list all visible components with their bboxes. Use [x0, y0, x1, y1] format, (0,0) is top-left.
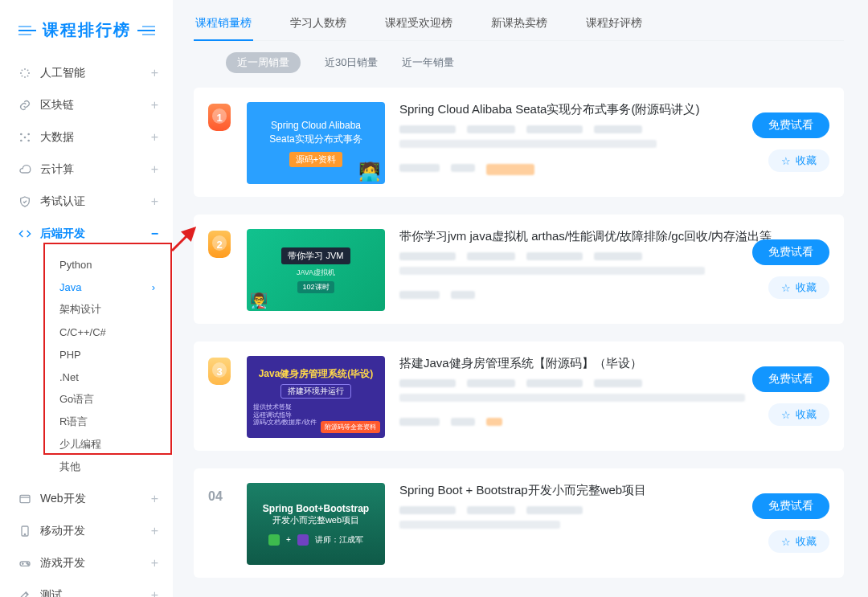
sidebar-item-label: Web开发: [40, 492, 86, 506]
sidebar-item-backend[interactable]: 后端开发 −: [0, 218, 173, 250]
sidebar-item-label: 人工智能: [40, 66, 85, 80]
sub-item-dotnet[interactable]: .Net: [0, 366, 173, 388]
sub-item-label: R语言: [59, 415, 88, 429]
sidebar-item-bigdata[interactable]: 大数据 +: [0, 121, 173, 153]
sidebar-item-exam[interactable]: 考试认证 +: [0, 186, 173, 218]
favorite-button[interactable]: ☆收藏: [768, 530, 829, 553]
expand-icon[interactable]: +: [151, 557, 158, 570]
expand-icon[interactable]: +: [151, 195, 158, 208]
tab-reviews[interactable]: 课程好评榜: [584, 8, 644, 40]
thumb-pill: 102课时: [297, 281, 334, 293]
expand-icon[interactable]: +: [151, 99, 158, 112]
expand-icon[interactable]: +: [151, 493, 158, 505]
expand-icon[interactable]: +: [151, 163, 158, 176]
sidebar-item-blockchain[interactable]: 区块链 +: [0, 89, 173, 121]
sub-item-label: 架构设计: [59, 302, 101, 317]
favorite-button[interactable]: ☆收藏: [768, 149, 829, 172]
thumb-line: Spring Cloud Alibaba: [271, 119, 361, 132]
free-trial-button[interactable]: 免费试看: [752, 112, 829, 138]
thumb-line: 搭建环境并运行: [280, 384, 351, 399]
course-actions: 免费试看 ☆收藏: [752, 493, 829, 553]
subtab-week[interactable]: 近一周销量: [226, 52, 301, 73]
expand-icon[interactable]: +: [151, 525, 158, 538]
period-subtabs: 近一周销量 近30日销量 近一年销量: [226, 52, 844, 73]
course-card[interactable]: 1 Spring Cloud Alibaba Seata实现分布式事务 源码+资…: [194, 88, 844, 197]
favorite-button[interactable]: ☆收藏: [768, 276, 829, 299]
sub-item-label: Java: [59, 281, 81, 293]
sidebar-item-cloud[interactable]: 云计算 +: [0, 153, 173, 186]
star-icon: ☆: [781, 282, 791, 294]
thumb-title: 带你学习 JVM: [281, 247, 350, 264]
fav-label: 收藏: [796, 153, 817, 168]
expand-icon[interactable]: +: [151, 589, 158, 597]
course-card[interactable]: 2 带你学习 JVM JAVA虚拟机 102课时 👨‍🏫 带你学习jvm jav…: [194, 215, 844, 324]
shield-check-icon: [18, 194, 32, 209]
sub-item-kids[interactable]: 少儿编程: [0, 433, 173, 456]
expand-icon[interactable]: +: [151, 131, 158, 144]
thumb-badge: 附源码等全套资料: [321, 421, 380, 433]
free-trial-button[interactable]: 免费试看: [752, 366, 829, 392]
subtab-year[interactable]: 近一年销量: [402, 55, 454, 70]
chevron-right-icon: ›: [152, 281, 155, 293]
svg-point-1: [27, 133, 30, 136]
svg-point-2: [20, 140, 23, 142]
star-icon: ☆: [781, 409, 791, 421]
sub-item-go[interactable]: Go语言: [0, 388, 173, 411]
star-icon: ☆: [781, 155, 791, 167]
thumb-line: Seata实现分布式事务: [269, 133, 362, 145]
sidebar-item-label: 移动开发: [40, 524, 85, 538]
tab-learners[interactable]: 学习人数榜: [289, 8, 348, 40]
thumb-line: Java健身房管理系统(毕设): [259, 367, 374, 381]
svg-point-3: [27, 140, 30, 142]
svg-point-4: [24, 137, 27, 139]
subtab-30d[interactable]: 近30日销量: [325, 55, 378, 70]
tab-popularity[interactable]: 课程受欢迎榜: [383, 8, 454, 40]
sub-item-label: 少儿编程: [59, 437, 101, 452]
sub-item-architecture[interactable]: 架构设计: [0, 298, 173, 321]
sparkle-icon: [18, 66, 32, 80]
sidebar-item-game[interactable]: 游戏开发 +: [0, 547, 173, 579]
tab-label: 课程销量榜: [195, 16, 252, 29]
sidebar-item-label: 后端开发: [40, 227, 85, 241]
course-card[interactable]: 04 Spring Boot+Bootstrap 开发小而完整web项目 + 讲…: [194, 468, 844, 578]
rank-badge: 04: [208, 483, 232, 565]
rank-badge: 2: [208, 229, 232, 311]
sidebar-item-label: 测试: [40, 588, 63, 597]
favorite-button[interactable]: ☆收藏: [768, 403, 829, 426]
thumb-line: 开发小而完整web项目: [272, 514, 359, 526]
sidebar-item-mobile[interactable]: 移动开发 +: [0, 515, 173, 547]
sub-item-java[interactable]: Java ›: [0, 276, 173, 298]
sub-item-label: Go语言: [59, 392, 94, 407]
sidebar-item-test[interactable]: 测试 +: [0, 579, 173, 597]
free-trial-button[interactable]: 免费试看: [752, 239, 829, 265]
sub-item-cpp[interactable]: C/C++/C#: [0, 321, 173, 343]
sidebar-item-ai[interactable]: 人工智能 +: [0, 57, 173, 89]
fav-label: 收藏: [796, 407, 817, 422]
course-actions: 免费试看 ☆收藏: [752, 366, 829, 426]
sidebar-item-web[interactable]: Web开发 +: [0, 483, 173, 515]
decoration-left: [18, 30, 36, 31]
tab-new-hot[interactable]: 新课热卖榜: [489, 8, 549, 40]
course-thumbnail: Spring Boot+Bootstrap 开发小而完整web项目 + 讲师：江…: [247, 483, 385, 565]
thumb-teacher: 讲师：江成军: [315, 534, 363, 546]
tab-label: 新课热卖榜: [491, 16, 547, 29]
course-thumbnail: Spring Cloud Alibaba Seata实现分布式事务 源码+资料 …: [247, 102, 385, 184]
svg-rect-5: [20, 495, 30, 502]
sub-item-label: PHP: [59, 349, 81, 361]
medal-bronze-icon: 3: [208, 358, 231, 385]
tab-sales[interactable]: 课程销量榜: [194, 8, 253, 40]
avatar-icon: 👨‍🏫: [250, 292, 268, 309]
free-trial-button[interactable]: 免费试看: [752, 493, 829, 519]
sub-item-label: 其他: [59, 460, 80, 474]
collapse-icon[interactable]: −: [151, 227, 158, 240]
sub-item-other[interactable]: 其他: [0, 456, 173, 478]
cloud-icon: [18, 162, 32, 177]
course-card[interactable]: 3 Java健身房管理系统(毕设) 搭建环境并运行 提供技术答疑 远程调试指导 …: [194, 341, 844, 451]
sub-item-php[interactable]: PHP: [0, 343, 173, 366]
course-thumbnail: Java健身房管理系统(毕设) 搭建环境并运行 提供技术答疑 远程调试指导 源码…: [247, 356, 385, 438]
sub-item-python[interactable]: Python: [0, 253, 173, 276]
expand-icon[interactable]: +: [151, 67, 158, 80]
sub-item-label: Python: [59, 259, 92, 271]
subtab-label: 近30日销量: [325, 56, 378, 68]
sub-item-r[interactable]: R语言: [0, 411, 173, 433]
